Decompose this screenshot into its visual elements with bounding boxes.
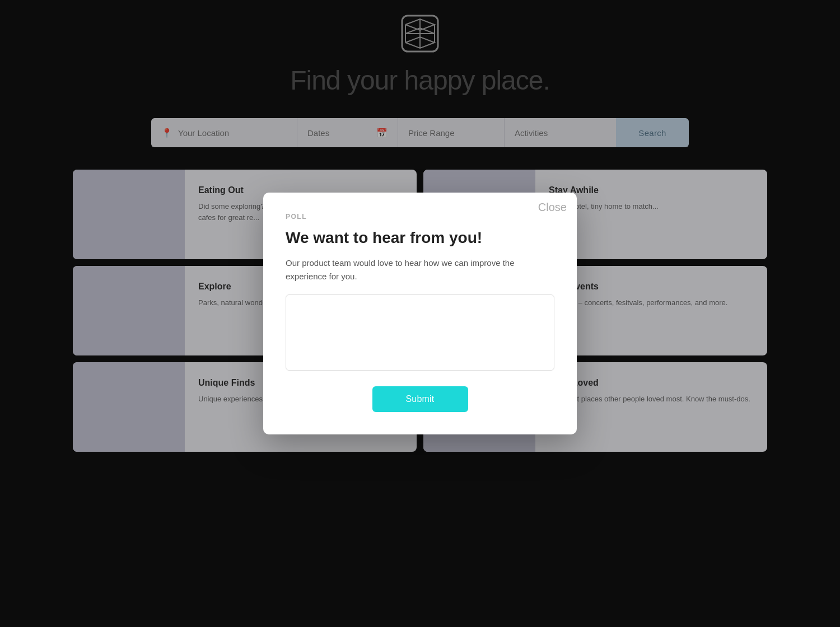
feedback-textarea[interactable] bbox=[286, 294, 554, 371]
submit-button[interactable]: Submit bbox=[372, 386, 468, 412]
modal-description: Our product team would love to hear how … bbox=[286, 256, 554, 283]
poll-modal: Close POLL We want to hear from you! Our… bbox=[263, 193, 577, 434]
modal-overlay[interactable]: Close POLL We want to hear from you! Our… bbox=[0, 0, 840, 627]
modal-close-button[interactable]: Close bbox=[538, 202, 567, 213]
modal-title: We want to hear from you! bbox=[286, 228, 554, 247]
modal-label: POLL bbox=[286, 213, 554, 221]
